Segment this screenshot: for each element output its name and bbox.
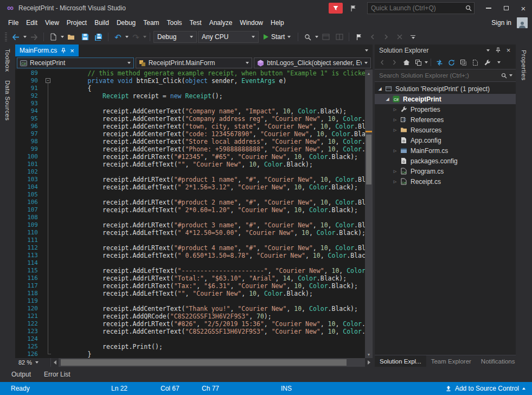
code-line-113[interactable]: 113 receipt.AddLeftText(" 0.650*13.50=8.…: [15, 252, 365, 259]
solution-explorer-search-input[interactable]: [375, 72, 501, 79]
sign-in-link[interactable]: Sign in: [491, 19, 511, 27]
panel-tab-notifications[interactable]: Notifications: [476, 355, 520, 367]
code-line-104[interactable]: 104 receipt.AddLeftText(" 2*1.56=3.12", …: [15, 183, 365, 191]
code-line-123[interactable]: 123 receipt.AddCenterText("C8S22GSSF13H6…: [15, 328, 365, 335]
tool-tab-data-sources[interactable]: Data Sources: [4, 80, 11, 120]
window-position-dropdown-icon[interactable]: [483, 46, 493, 55]
toggle-bookmark-button[interactable]: [352, 31, 365, 43]
switch-views-button[interactable]: [413, 57, 424, 68]
code-line-112[interactable]: 112 receipt.AddrLRText("#product 4 name"…: [15, 244, 365, 252]
redo-dropdown-icon[interactable]: [143, 36, 146, 38]
code-line-97[interactable]: 97 receipt.AddCenterText("code: 12345678…: [15, 130, 365, 138]
open-file-button[interactable]: [65, 31, 78, 43]
code-line-98[interactable]: 98 receipt.AddCenterText("Store local ad…: [15, 138, 365, 145]
code-line-96[interactable]: 96 receipt.AddCenterText("town, city, st…: [15, 123, 365, 130]
tree-item-properties[interactable]: ▷Properties: [375, 104, 516, 114]
tree-expander-icon[interactable]: ▷: [392, 107, 398, 112]
se-back-button[interactable]: [377, 57, 388, 68]
redo-button[interactable]: ↷: [130, 31, 142, 43]
code-line-105[interactable]: 105: [15, 191, 365, 199]
se-toolbar-overflow-icon[interactable]: [493, 57, 504, 68]
code-line-106[interactable]: 106 receipt.AddrLRText("#product 2 name"…: [15, 199, 365, 206]
notifications-flag-button[interactable]: [346, 3, 360, 14]
properties-button[interactable]: [482, 57, 492, 68]
code-line-115[interactable]: 115 receipt.AddLeftText("---------------…: [15, 267, 365, 275]
close-button[interactable]: ×: [515, 0, 532, 16]
scroll-left-button[interactable]: [51, 358, 59, 367]
refresh-button[interactable]: [446, 57, 457, 68]
tree-item-mainform-cs[interactable]: ▷MainForm.cs: [375, 145, 516, 156]
panel-tab-team-explorer[interactable]: Team Explorer: [426, 355, 476, 367]
collapse-all-button[interactable]: [458, 57, 469, 68]
code-line-119[interactable]: 119: [15, 297, 365, 305]
code-line-117[interactable]: 117 receipt.AddrLRText("Tax:", "$6.31", …: [15, 282, 365, 290]
code-fold-toggle[interactable]: -: [46, 78, 50, 83]
code-line-126[interactable]: 126 }: [15, 351, 365, 358]
tree-item-receipt-cs[interactable]: ▷C#Receipt.cs: [375, 176, 516, 187]
code-editor[interactable]: 89 // this method generate example recei…: [15, 69, 373, 358]
code-line-99[interactable]: 99 receipt.AddCenterText("Phone: +598888…: [15, 145, 365, 153]
code-line-120[interactable]: 120 receipt.AddCenterText("Thank you!", …: [15, 305, 365, 313]
solution-platforms-dropdown[interactable]: Any CPU: [198, 31, 259, 43]
document-tab-mainform[interactable]: MainForm.cs ×: [15, 44, 79, 56]
code-line-121[interactable]: 121 receipt.AddQRCode("C8S22GSSF13H6V2F9…: [15, 313, 365, 320]
tree-item-solution-receiptprint-1-project[interactable]: ◢Solution 'ReceiptPrint' (1 project): [375, 84, 516, 94]
menu-window[interactable]: Window: [236, 19, 267, 27]
solution-configurations-dropdown[interactable]: Debug: [153, 31, 197, 43]
pin-icon[interactable]: [61, 48, 66, 54]
tree-expander-icon[interactable]: ▷: [392, 180, 398, 184]
navbar-type-dropdown[interactable]: ReceiptPrint.MainForm: [136, 58, 253, 68]
code-line-122[interactable]: 122 receipt.AddrLRText("#826", "2/5/2019…: [15, 320, 365, 328]
tree-item-packages-config[interactable]: packages.config: [375, 156, 516, 166]
tree-item-references[interactable]: ▷References: [375, 114, 516, 125]
find-in-files-button[interactable]: [302, 31, 314, 43]
menu-team[interactable]: Team: [139, 19, 163, 27]
show-all-files-button[interactable]: [470, 57, 480, 68]
code-line-125[interactable]: 125 receipt.Print();: [15, 343, 365, 351]
editor-vertical-scrollbar[interactable]: ▲ ▼: [365, 69, 373, 358]
menu-tools[interactable]: Tools: [163, 19, 186, 27]
feedback-button[interactable]: [329, 3, 343, 14]
navigate-backward-dropdown-icon[interactable]: [23, 36, 27, 38]
scroll-right-button[interactable]: [365, 358, 373, 367]
tree-item-resources[interactable]: ▷Resources: [375, 125, 516, 135]
zoom-dropdown[interactable]: 82 %: [15, 358, 51, 367]
toolbar-grip[interactable]: [5, 33, 7, 41]
code-line-90[interactable]: 90- private void btnEx1_Click(object sen…: [15, 77, 365, 85]
panel-tab-solution-expl[interactable]: Solution Expl...: [375, 355, 426, 367]
menu-debug[interactable]: Debug: [113, 19, 139, 27]
undo-button[interactable]: ↶: [112, 31, 124, 43]
save-button[interactable]: [79, 31, 91, 43]
vertical-scrollbar-thumb[interactable]: [366, 135, 371, 184]
tree-expander-icon[interactable]: ▷: [392, 118, 398, 122]
menu-edit[interactable]: Edit: [22, 19, 41, 27]
home-button[interactable]: [401, 57, 412, 68]
menu-help[interactable]: Help: [267, 19, 288, 27]
code-line-93[interactable]: 93: [15, 100, 365, 107]
tree-item-receiptprint[interactable]: ◢C#ReceiptPrint: [375, 94, 516, 104]
undo-dropdown-icon[interactable]: [125, 36, 129, 38]
tool-tab-toolbox[interactable]: Toolbox: [4, 49, 11, 72]
previous-bookmark-button[interactable]: [366, 31, 379, 43]
new-file-button[interactable]: [47, 31, 60, 43]
tree-expander-icon[interactable]: ▷: [392, 169, 398, 174]
menu-view[interactable]: View: [41, 19, 63, 27]
scroll-down-icon[interactable]: ▼: [365, 351, 373, 358]
minimize-button[interactable]: [480, 0, 497, 16]
navbar-project-dropdown[interactable]: C#ReceiptPrint: [17, 58, 134, 68]
quick-launch-input[interactable]: [368, 4, 463, 12]
user-avatar[interactable]: [517, 17, 528, 28]
code-line-124[interactable]: 124: [15, 335, 365, 343]
code-line-110[interactable]: 110 receipt.AddLeftText(" 4*12.50=50.00"…: [15, 229, 365, 237]
save-all-button[interactable]: [92, 31, 105, 43]
tool-tab-properties[interactable]: Properties: [521, 50, 527, 80]
tree-expander-icon[interactable]: ▷: [392, 128, 398, 132]
code-line-100[interactable]: 100 receipt.AddrLRText("#12345", "#65", …: [15, 153, 365, 161]
tree-expander-icon[interactable]: ◢: [384, 97, 390, 101]
document-list-dropdown-icon[interactable]: [365, 49, 368, 52]
code-line-101[interactable]: 101 receipt.AddLeftText("", "Courier New…: [15, 161, 365, 168]
start-debugging-button[interactable]: Start: [260, 31, 294, 43]
close-tab-icon[interactable]: ×: [70, 47, 74, 54]
close-panel-icon[interactable]: ×: [503, 46, 514, 55]
pin-icon[interactable]: [493, 46, 503, 55]
